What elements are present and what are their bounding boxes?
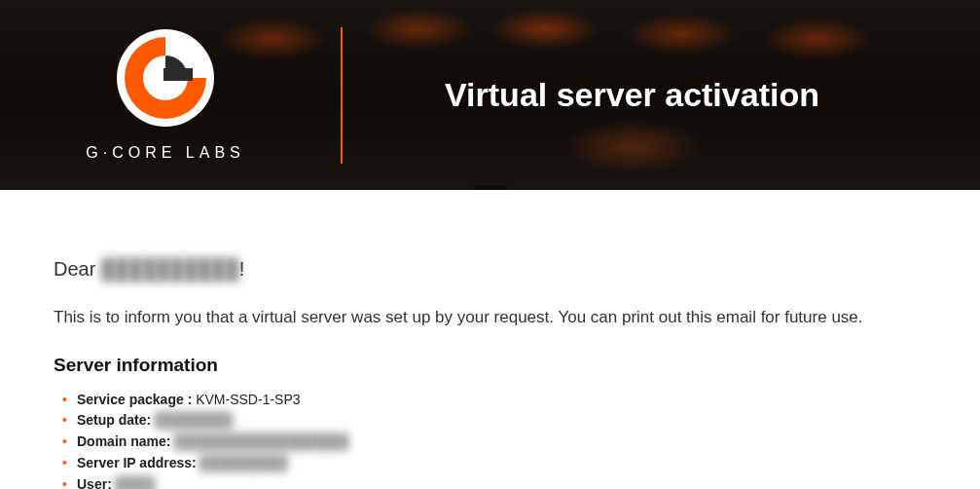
- greeting-name: ██████████: [101, 258, 239, 281]
- info-label: Setup date:: [77, 412, 151, 428]
- info-value: KVM-SSD-1-SP3: [196, 392, 300, 407]
- list-item: Service package : KVM-SSD-1-SP3: [77, 390, 926, 411]
- email-header: G·CORE LABS Virtual server activation: [0, 0, 980, 190]
- email-body: Dear ██████████! This is to inform you t…: [0, 190, 980, 489]
- gcore-logo-icon: [117, 29, 214, 127]
- info-value: ████: [116, 474, 155, 489]
- greeting-line: Dear ██████████!: [54, 258, 926, 281]
- list-item: Setup date: ████████: [77, 410, 926, 432]
- info-label: Server IP address:: [77, 455, 197, 470]
- greeting-suffix: !: [239, 258, 245, 280]
- header-arrow-icon: [473, 186, 508, 190]
- server-info-list: Service package : KVM-SSD-1-SP3 Setup da…: [54, 390, 926, 489]
- info-value: ██████████████████: [174, 432, 348, 453]
- list-item: Server IP address: █████████: [77, 453, 926, 474]
- header-content: G·CORE LABS Virtual server activation: [0, 0, 980, 190]
- info-value: █████████: [200, 453, 287, 474]
- greeting-prefix: Dear: [54, 258, 95, 280]
- brand-logo-area: G·CORE LABS: [39, 29, 292, 162]
- info-value: ████████: [155, 410, 232, 432]
- page-title: Virtual server activation: [381, 76, 941, 114]
- server-info-heading: Server information: [54, 355, 926, 376]
- brand-name: G·CORE LABS: [86, 144, 244, 162]
- info-label: User:: [77, 476, 112, 489]
- info-label: Service package :: [77, 392, 192, 407]
- info-label: Domain name:: [77, 433, 170, 449]
- list-item: User: ████: [77, 474, 926, 489]
- intro-text: This is to inform you that a virtual ser…: [54, 306, 926, 329]
- header-divider: [341, 27, 343, 164]
- list-item: Domain name: ██████████████████: [77, 432, 926, 453]
- svg-rect-1: [163, 68, 193, 81]
